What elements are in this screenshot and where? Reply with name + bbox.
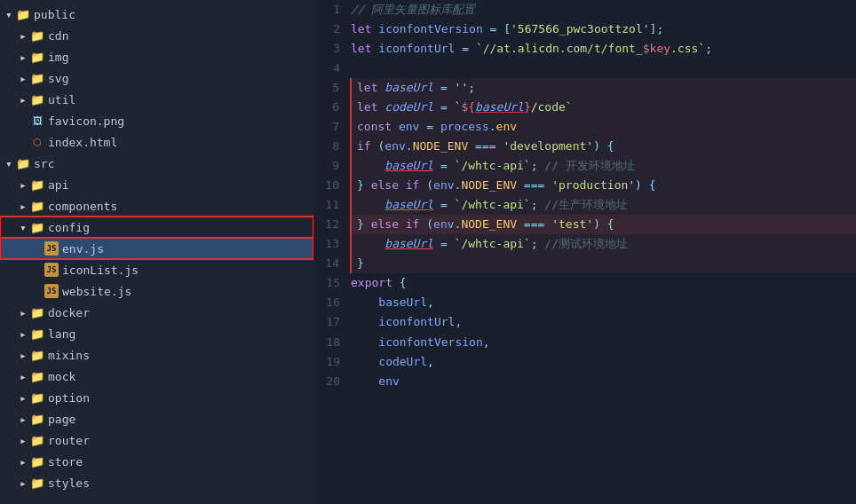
line-content: let baseUrl = ''; (351, 78, 856, 98)
sidebar-item-label: store (48, 455, 83, 469)
sidebar-item-config[interactable]: ▾ 📁 config (0, 217, 313, 238)
chevron-right-icon: ▸ (18, 371, 28, 382)
line-number: 10 (313, 176, 351, 195)
line-content (351, 59, 856, 78)
code-editor[interactable]: 1 // 阿里矢量图标库配置 2 let iconfontVersion = [… (313, 0, 856, 504)
sidebar-item-router[interactable]: ▸ 📁 router (0, 429, 313, 451)
sidebar-item-label: mixins (48, 349, 90, 362)
folder-icon: 📁 (30, 50, 44, 64)
chevron-right-icon: ▸ (18, 477, 28, 488)
code-line-7: 7 const env = process.env (313, 117, 856, 137)
sidebar-item-option[interactable]: ▸ 📁 option (0, 387, 313, 408)
line-number: 3 (313, 39, 351, 59)
folder-icon: 📁 (30, 348, 44, 362)
chevron-right-icon: ▸ (18, 201, 28, 211)
line-number: 17 (313, 312, 351, 333)
line-number: 13 (313, 234, 351, 254)
sidebar-item-cdn[interactable]: ▸ 📁 cdn (0, 25, 313, 46)
folder-icon: 📁 (30, 28, 44, 43)
line-number: 18 (313, 333, 351, 352)
sidebar-item-label: config (48, 221, 90, 234)
folder-icon: 📁 (30, 177, 44, 192)
line-number: 19 (313, 352, 351, 372)
sidebar-item-img[interactable]: ▸ 📁 img (0, 46, 313, 67)
line-number: 5 (313, 78, 351, 98)
file-tree[interactable]: ▾ 📁 public ▸ 📁 cdn ▸ 📁 img ▸ 📁 svg ▸ 📁 u… (0, 0, 313, 504)
folder-icon: 📁 (30, 327, 44, 341)
sidebar-item-components[interactable]: ▸ 📁 components (0, 195, 313, 217)
chevron-right-icon: ▸ (18, 73, 28, 83)
code-line-15: 15 export { (313, 273, 856, 293)
sidebar-item-label: public (34, 8, 75, 21)
line-content: iconfontVersion, (351, 333, 856, 352)
folder-icon: 📁 (30, 220, 44, 234)
file-js-icon: JS (44, 284, 59, 298)
sidebar-item-label: util (48, 93, 75, 106)
folder-icon: 📁 (30, 412, 44, 426)
sidebar-item-index-html[interactable]: ▸ ⬡ index.html (0, 131, 313, 153)
sidebar-item-mixins[interactable]: ▸ 📁 mixins (0, 344, 313, 366)
sidebar-item-src[interactable]: ▾ 📁 src (0, 153, 313, 174)
line-content: let iconfontUrl = `//at.alicdn.com/t/fon… (351, 39, 856, 59)
line-number: 12 (313, 215, 351, 234)
line-content: const env = process.env (351, 117, 856, 137)
sidebar-item-label: iconList.js (62, 264, 139, 277)
chevron-right-icon: ▸ (18, 94, 28, 105)
sidebar-item-public[interactable]: ▾ 📁 public (0, 4, 313, 25)
code-line-3: 3 let iconfontUrl = `//at.alicdn.com/t/f… (313, 39, 856, 59)
folder-icon: 📁 (30, 476, 44, 490)
sidebar-item-store[interactable]: ▸ 📁 store (0, 451, 313, 472)
line-number: 6 (313, 98, 351, 117)
sidebar-item-util[interactable]: ▸ 📁 util (0, 89, 313, 110)
code-line-5: 5 let baseUrl = ''; (313, 78, 856, 98)
sidebar-item-api[interactable]: ▸ 📁 api (0, 174, 313, 195)
sidebar-item-env-js[interactable]: ▸ JS env.js (0, 238, 313, 259)
sidebar-item-website-js[interactable]: ▸ JS website.js (0, 280, 313, 302)
file-png-icon: 🖼 (30, 114, 44, 128)
sidebar-item-label: website.js (62, 285, 131, 298)
sidebar-item-label: docker (48, 306, 90, 319)
sidebar-item-styles[interactable]: ▸ 📁 styles (0, 472, 313, 493)
sidebar-item-label: lang (48, 327, 75, 341)
sidebar-item-lang[interactable]: ▸ 📁 lang (0, 323, 313, 344)
code-line-2: 2 let iconfontVersion = ['567566_pwc3oot… (313, 20, 856, 39)
chevron-right-icon: ▸ (18, 30, 28, 41)
line-number: 15 (313, 273, 351, 293)
sidebar-item-label: svg (48, 72, 68, 85)
sidebar-item-label: cdn (48, 29, 68, 43)
sidebar-item-mock[interactable]: ▸ 📁 mock (0, 366, 313, 387)
sidebar-item-favicon[interactable]: ▸ 🖼 favicon.png (0, 110, 313, 131)
code-line-4: 4 (313, 59, 856, 78)
code-line-13: 13 baseUrl = `/whtc-api`; //测试环境地址 (313, 234, 856, 254)
sidebar-item-iconList-js[interactable]: ▸ JS iconList.js (0, 259, 313, 280)
code-line-14: 14 } (313, 254, 856, 273)
code-line-18: 18 iconfontVersion, (313, 333, 856, 352)
sidebar-item-label: src (34, 157, 54, 170)
line-content: baseUrl = `/whtc-api`; //测试环境地址 (351, 234, 856, 254)
sidebar-item-label: img (48, 51, 68, 64)
code-line-11: 11 baseUrl = `/whtc-api`; //生产环境地址 (313, 195, 856, 215)
line-number: 14 (313, 254, 351, 273)
chevron-right-icon: ▸ (18, 51, 28, 62)
sidebar-item-svg[interactable]: ▸ 📁 svg (0, 67, 313, 89)
sidebar-item-label: components (48, 200, 117, 213)
sidebar-item-page[interactable]: ▸ 📁 page (0, 408, 313, 429)
chevron-down-icon: ▾ (4, 9, 14, 20)
line-content: baseUrl = `/whtc-api`; // 开发环境地址 (351, 156, 856, 176)
sidebar-item-label: env.js (62, 242, 104, 256)
folder-icon: 📁 (30, 199, 44, 213)
code-line-12: 12 } else if (env.NODE_ENV === 'test') { (313, 215, 856, 234)
code-line-1: 1 // 阿里矢量图标库配置 (313, 0, 856, 20)
line-number: 20 (313, 372, 351, 391)
line-number: 1 (313, 0, 351, 20)
line-content: iconfontUrl,Blade技术社区⌐ (351, 312, 856, 333)
chevron-right-icon: ▸ (18, 307, 28, 318)
code-line-20: 20 env (313, 372, 856, 391)
chevron-right-icon: ▸ (18, 413, 28, 424)
code-line-16: 16 baseUrl, (313, 293, 856, 312)
folder-icon: 📁 (30, 71, 44, 85)
file-html-icon: ⬡ (30, 135, 44, 149)
sidebar-item-docker[interactable]: ▸ 📁 docker (0, 302, 313, 323)
folder-icon: 📁 (16, 7, 30, 21)
code-line-17: 17 iconfontUrl,Blade技术社区⌐ (313, 312, 856, 333)
